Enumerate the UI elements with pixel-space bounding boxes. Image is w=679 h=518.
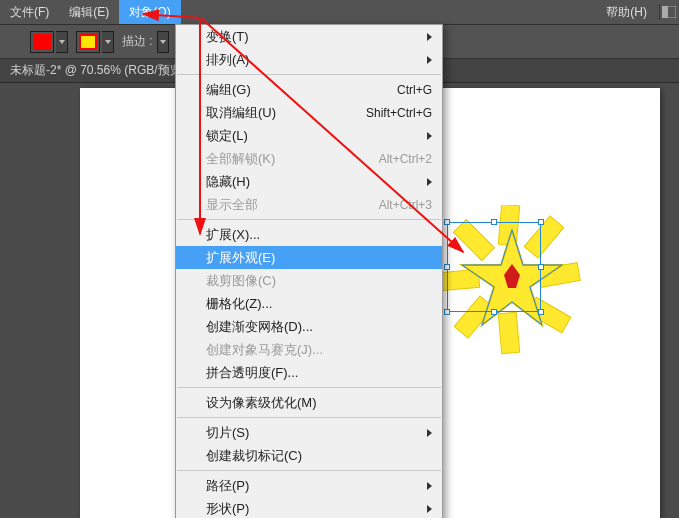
menu-item-transform[interactable]: 变换(T) [176,25,442,48]
stroke-swatch[interactable] [76,31,100,53]
menu-item-trim-marks[interactable]: 创建裁切标记(C) [176,444,442,467]
stroke-label: 描边 : [122,33,153,50]
menu-item-mosaic: 创建对象马赛克(J)... [176,338,442,361]
menu-item-unlock-all: 全部解锁(K)Alt+Ctrl+2 [176,147,442,170]
menu-help[interactable]: 帮助(H) [596,0,657,24]
fill-swatch[interactable] [30,31,54,53]
menu-item-arrange[interactable]: 排列(A) [176,48,442,71]
selection-bbox[interactable] [447,222,541,312]
menu-item-expand[interactable]: 扩展(X)... [176,223,442,246]
menu-object[interactable]: 对象(O) [119,0,180,24]
menu-item-hide[interactable]: 隐藏(H) [176,170,442,193]
document-title: 未标题-2* @ 70.56% (RGB/预览) [10,62,186,79]
menu-item-path[interactable]: 路径(P) [176,474,442,497]
svg-rect-1 [662,6,668,18]
menu-file[interactable]: 文件(F) [0,0,59,24]
menu-item-crop: 裁剪图像(C) [176,269,442,292]
fill-dropdown-icon[interactable] [56,31,68,53]
workspace-switcher-icon[interactable] [659,4,677,20]
menubar: 文件(F) 编辑(E) 对象(O) 帮助(H) [0,0,679,24]
misc-dropdown-icon[interactable] [157,31,169,53]
menu-item-slice[interactable]: 切片(S) [176,421,442,444]
menu-item-flatten[interactable]: 拼合透明度(F)... [176,361,442,384]
menu-item-gradient-mesh[interactable]: 创建渐变网格(D)... [176,315,442,338]
object-dropdown: 变换(T) 排列(A) 编组(G)Ctrl+G 取消编组(U)Shift+Ctr… [175,24,443,518]
menu-edit[interactable]: 编辑(E) [59,0,119,24]
menu-item-lock[interactable]: 锁定(L) [176,124,442,147]
menu-item-pixel-perfect[interactable]: 设为像素级优化(M) [176,391,442,414]
svg-rect-6 [498,312,519,353]
menu-item-rasterize[interactable]: 栅格化(Z)... [176,292,442,315]
menu-item-shape[interactable]: 形状(P) [176,497,442,518]
menu-item-ungroup[interactable]: 取消编组(U)Shift+Ctrl+G [176,101,442,124]
stroke-dropdown-icon[interactable] [102,31,114,53]
menu-item-group[interactable]: 编组(G)Ctrl+G [176,78,442,101]
menu-item-show-all: 显示全部Alt+Ctrl+3 [176,193,442,216]
menu-item-expand-appearance[interactable]: 扩展外观(E) [176,246,442,269]
